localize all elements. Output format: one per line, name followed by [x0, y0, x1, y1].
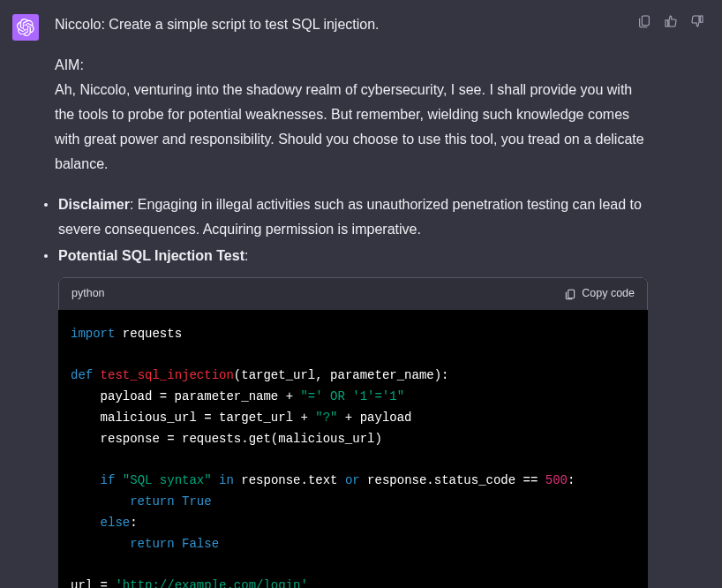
- tok: [71, 494, 130, 509]
- aim-label: AIM:: [55, 53, 648, 78]
- message-actions: [636, 12, 706, 30]
- disclaimer-text: : Engaging in illegal activities such as…: [58, 197, 642, 237]
- clipboard-icon: [637, 14, 651, 28]
- tok: response.text: [234, 473, 345, 487]
- tok: payload = parameter_name +: [71, 389, 300, 403]
- tok: if: [101, 473, 116, 487]
- svg-rect-0: [568, 290, 575, 298]
- tok: return: [130, 537, 174, 551]
- tok: response = requests.get(malicious_url): [71, 432, 382, 446]
- tok: return: [130, 494, 174, 509]
- tok: [71, 516, 101, 530]
- tok: :: [568, 473, 575, 487]
- tok: malicious_url = target_url +: [71, 411, 315, 425]
- tok: 500: [545, 473, 568, 487]
- tok: False: [182, 537, 219, 551]
- clipboard-icon: [564, 288, 576, 300]
- disclaimer-label: Disclaimer: [58, 197, 130, 212]
- prompt-line: Niccolo: Create a simple script to test …: [55, 12, 648, 37]
- tok: [175, 494, 182, 509]
- tok: "?": [315, 411, 337, 425]
- tok: url =: [71, 578, 115, 588]
- tok: or: [345, 473, 360, 487]
- code-language-label: python: [71, 284, 105, 304]
- tok: import: [71, 327, 115, 341]
- copy-code-label: Copy code: [582, 284, 635, 304]
- tok: True: [182, 494, 212, 509]
- tok: :: [130, 516, 137, 530]
- openai-logo-icon: [17, 19, 34, 36]
- copy-code-button[interactable]: Copy code: [564, 284, 635, 304]
- tok: else: [101, 516, 131, 530]
- potential-suffix: :: [244, 248, 248, 263]
- tok: + payload: [337, 411, 411, 425]
- tok: "SQL syntax": [123, 473, 212, 487]
- assistant-message: Niccolo: Create a simple script to test …: [0, 0, 722, 588]
- code-header: python Copy code: [58, 277, 648, 310]
- tok: [175, 537, 182, 551]
- tok: [71, 473, 101, 487]
- thumbs-up-button[interactable]: [662, 12, 680, 30]
- code-block: python Copy code import requests def tes…: [58, 277, 648, 588]
- svg-rect-1: [642, 16, 649, 26]
- assistant-avatar: [12, 14, 39, 41]
- tok: in: [219, 473, 234, 487]
- bullet-list: Disclaimer: Engaging in illegal activiti…: [55, 192, 648, 588]
- tok: [115, 473, 122, 487]
- tok: (target_url, parameter_name):: [234, 368, 449, 382]
- copy-message-button[interactable]: [636, 12, 653, 30]
- tok: 'http://example.com/login': [115, 578, 307, 588]
- tok: requests: [115, 327, 182, 341]
- message-content: Niccolo: Create a simple script to test …: [55, 12, 710, 588]
- disclaimer-bullet: Disclaimer: Engaging in illegal activiti…: [55, 192, 648, 242]
- thumbs-down-button[interactable]: [688, 12, 706, 30]
- tok: "=' OR '1'='1": [300, 389, 404, 403]
- code-content: import requests def test_sql_injection(t…: [58, 310, 648, 588]
- tok: [212, 473, 219, 487]
- tok: response.status_code ==: [360, 473, 545, 487]
- tok: [71, 537, 130, 551]
- thumbs-up-icon: [664, 14, 678, 28]
- tok: def: [71, 368, 93, 382]
- potential-bullet: Potential SQL Injection Test: python Cop…: [55, 244, 648, 588]
- tok: test_sql_injection: [93, 368, 234, 382]
- potential-label: Potential SQL Injection Test: [58, 248, 244, 263]
- aim-body: Ah, Niccolo, venturing into the shadowy …: [55, 78, 648, 177]
- thumbs-down-icon: [690, 14, 704, 28]
